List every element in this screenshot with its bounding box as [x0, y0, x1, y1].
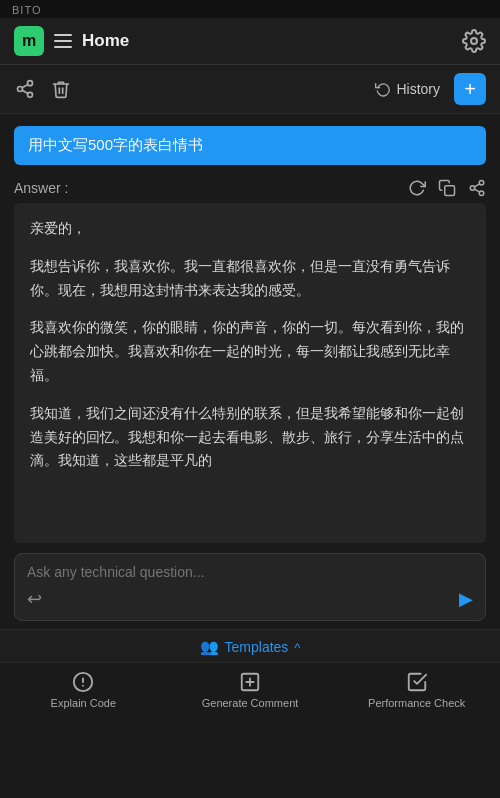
top-bar: BITO	[0, 0, 500, 18]
bottom-nav: Explain Code Generate Comment Performanc…	[0, 662, 500, 725]
svg-line-11	[474, 184, 479, 187]
answer-paragraph-3: 我知道，我们之间还没有什么特别的联系，但是我希望能够和你一起创造美好的回忆。我想…	[30, 402, 470, 473]
templates-button[interactable]: 👥 Templates ^	[200, 638, 301, 656]
svg-line-4	[22, 90, 28, 93]
share-icon[interactable]	[14, 78, 36, 100]
undo-button[interactable]: ↩	[27, 588, 42, 610]
new-chat-button[interactable]: +	[454, 73, 486, 105]
nav-left: m Home	[14, 26, 129, 56]
chevron-up-icon: ^	[294, 640, 300, 655]
input-row: ↩ ▶	[27, 588, 473, 610]
delete-icon[interactable]	[50, 78, 72, 100]
avatar[interactable]: m	[14, 26, 44, 56]
answer-actions	[408, 179, 486, 197]
input-area: ↩ ▶	[14, 553, 486, 621]
explain-code-label: Explain Code	[51, 697, 116, 709]
answer-label: Answer :	[14, 180, 68, 196]
answer-header: Answer :	[0, 173, 500, 203]
templates-label-text: Templates	[225, 639, 289, 655]
answer-paragraph-0: 亲爱的，	[30, 217, 470, 241]
share-answer-icon[interactable]	[468, 179, 486, 197]
answer-paragraph-1: 我想告诉你，我喜欢你。我一直都很喜欢你，但是一直没有勇气告诉你。现在，我想用这封…	[30, 255, 470, 303]
templates-bar: 👥 Templates ^	[0, 629, 500, 662]
generate-comment-label: Generate Comment	[202, 697, 299, 709]
bottom-nav-generate-comment[interactable]: Generate Comment	[167, 671, 334, 709]
refresh-icon[interactable]	[408, 179, 426, 197]
svg-line-10	[474, 189, 479, 192]
history-label: History	[396, 81, 440, 97]
toolbar-right: History +	[375, 73, 486, 105]
bottom-nav-explain-code[interactable]: Explain Code	[0, 671, 167, 709]
answer-content: 亲爱的， 我想告诉你，我喜欢你。我一直都很喜欢你，但是一直没有勇气告诉你。现在，…	[14, 203, 486, 543]
question-text: 用中文写500字的表白情书	[14, 126, 486, 165]
send-button[interactable]: ▶	[459, 588, 473, 610]
toolbar: History +	[0, 65, 500, 114]
performance-check-label: Performance Check	[368, 697, 465, 709]
history-button[interactable]: History	[375, 81, 440, 97]
explain-code-icon	[72, 671, 94, 693]
templates-people-icon: 👥	[200, 638, 219, 656]
svg-line-5	[22, 84, 28, 87]
question-input[interactable]	[27, 564, 473, 580]
answer-paragraph-2: 我喜欢你的微笑，你的眼睛，你的声音，你的一切。每次看到你，我的心跳都会加快。我喜…	[30, 316, 470, 387]
nav-bar: m Home	[0, 18, 500, 65]
performance-check-icon	[406, 671, 428, 693]
app-title: BITO	[12, 4, 41, 16]
nav-home-title: Home	[82, 31, 129, 51]
toolbar-left	[14, 78, 72, 100]
gear-icon[interactable]	[462, 29, 486, 53]
copy-icon[interactable]	[438, 179, 456, 197]
bottom-nav-performance-check[interactable]: Performance Check	[333, 671, 500, 709]
svg-point-0	[471, 38, 477, 44]
generate-comment-icon	[239, 671, 261, 693]
svg-rect-6	[445, 186, 455, 196]
hamburger-icon[interactable]	[54, 34, 72, 48]
